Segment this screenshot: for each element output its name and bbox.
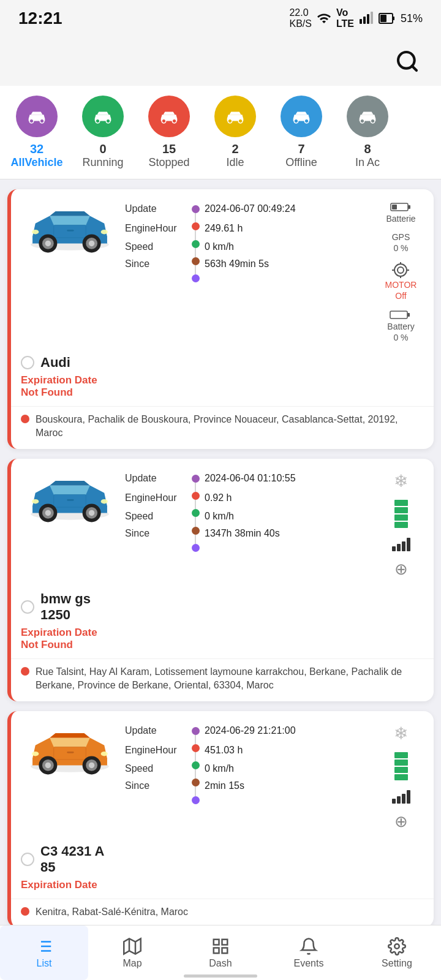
bmw-label-update: Update (125, 469, 186, 488)
nav-setting[interactable]: Setting (353, 925, 441, 980)
svg-point-18 (304, 119, 309, 123)
car-icon-stopped (157, 105, 181, 128)
dot-update (192, 205, 200, 213)
c3-val-update: 2024-06-29 21:21:00 (205, 721, 372, 741)
tab-idle-label: Idle (226, 156, 244, 169)
bmw-line-1 (195, 483, 196, 492)
audi-expiry: Expiration DateNot Found (11, 371, 434, 406)
svg-point-43 (45, 510, 51, 516)
home-indicator (184, 974, 257, 978)
audi-stats-timeline: Update EngineHour Speed Since (125, 199, 372, 282)
battery-percent: 51% (401, 12, 423, 25)
tab-idle[interactable]: 2 Idle (205, 96, 266, 169)
svg-point-47 (101, 499, 108, 504)
audi-expiry-text: Expiration DateNot Found (21, 374, 97, 398)
vehicle-card-audi[interactable]: Update EngineHour Speed Since (7, 189, 434, 449)
svg-point-35 (394, 264, 407, 276)
svg-rect-60 (67, 752, 74, 753)
svg-point-16 (238, 119, 243, 123)
svg-point-13 (162, 119, 166, 123)
car-image-audi (21, 199, 119, 342)
audi-name-area: Audi (11, 355, 434, 371)
nav-dash[interactable]: Dash (176, 925, 265, 980)
bmw-radio[interactable] (21, 600, 34, 614)
car-illustration-audi (24, 202, 116, 257)
bmw-val-since: 1347h 38min 40s (205, 525, 372, 542)
bmw-labels: Update EngineHour Speed Since (125, 469, 186, 552)
motor-icon (391, 262, 410, 279)
nav-list[interactable]: List (0, 925, 88, 980)
bottom-nav: List Map Dash Events Setting (0, 925, 441, 980)
motor-val: Off (395, 291, 406, 301)
tab-all-vehicle[interactable]: 32 AllVehicle (6, 96, 67, 169)
tab-inac-icon (347, 96, 388, 137)
svg-rect-6 (393, 17, 394, 20)
svg-point-46 (89, 510, 94, 516)
c3-val-since: 2min 15s (205, 777, 372, 794)
audi-address-text: Bouskoura, Pachalik de Bouskoura, Provin… (36, 413, 424, 440)
c3-name: C3 4231 A85 (40, 843, 104, 875)
car-icon-all (25, 105, 48, 128)
c3-address: Kenitra, Rabat-Salé-Kénitra, Maroc (11, 899, 434, 927)
tab-all-icon (16, 96, 58, 137)
svg-rect-73 (222, 948, 228, 953)
dot-engine (192, 222, 200, 230)
tab-stopped-label: Stopped (148, 156, 189, 169)
nav-dash-label: Dash (209, 958, 232, 969)
svg-point-54 (45, 762, 51, 767)
nav-list-label: List (37, 958, 52, 969)
bmw-val-speed: 0 km/h (205, 508, 372, 525)
c3-line-4 (195, 786, 196, 796)
nav-map[interactable]: Map (88, 925, 176, 980)
svg-point-9 (29, 119, 34, 123)
audi-val-update: 2024-06-07 00:49:24 (205, 199, 372, 219)
dot-since (192, 257, 200, 265)
c3-labels: Update EngineHour Speed Since (125, 721, 186, 804)
bmw-battery-full (394, 500, 408, 528)
line-4 (195, 265, 196, 274)
line-2 (195, 230, 196, 239)
car-image-c3 (21, 721, 119, 831)
motor-label: MOTOR (385, 280, 417, 290)
audi-val-since: 563h 49min 5s (205, 255, 372, 273)
svg-point-14 (172, 119, 176, 123)
vehicle-card-bmw[interactable]: Update EngineHour Speed Since (7, 459, 434, 701)
filter-tabs: 32 AllVehicle 0 Running 15 Stopped (0, 86, 441, 179)
nav-map-label: Map (123, 958, 141, 969)
vehicle-card-c3[interactable]: Update EngineHour Speed Since (7, 711, 434, 927)
svg-rect-31 (67, 230, 74, 232)
svg-point-59 (32, 752, 39, 756)
dot-speed (192, 240, 200, 248)
svg-rect-2 (367, 14, 369, 24)
nav-events[interactable]: Events (265, 925, 353, 980)
tab-stopped[interactable]: 15 Stopped (138, 96, 200, 169)
audi-gps-group: GPS 0 % (392, 232, 410, 253)
tab-inac[interactable]: 8 In Ac (337, 96, 398, 169)
car-icon-running (91, 105, 115, 128)
tab-offline[interactable]: 7 Offline (271, 96, 332, 169)
svg-point-28 (89, 241, 94, 246)
c3-line-2 (195, 752, 196, 761)
audi-radio[interactable] (21, 356, 34, 369)
bmw-dot-5 (192, 544, 200, 552)
car-icon-offline (290, 105, 313, 128)
c3-timeline (190, 721, 201, 804)
c3-dot-1 (192, 727, 200, 735)
svg-point-17 (294, 119, 298, 123)
svg-rect-70 (214, 939, 219, 944)
gps-val: 0 % (393, 243, 408, 253)
bmw-expiry: Expiration DateNot Found (11, 623, 434, 658)
bmw-line-2 (195, 500, 196, 509)
c3-radio[interactable] (21, 853, 34, 866)
status-time: 12:21 (18, 9, 62, 28)
car-image-bmw (21, 469, 119, 579)
wifi-icon (317, 11, 331, 26)
tab-running[interactable]: 0 Running (72, 96, 134, 169)
status-icons: 22.0KB/S VoLTE 51% (289, 7, 423, 29)
c3-val-speed: 0 km/h (205, 760, 372, 777)
svg-point-12 (106, 119, 110, 123)
tab-all-count: 32 (30, 142, 43, 156)
bmw-val-update: 2024-06-04 01:10:55 (205, 469, 372, 488)
search-button[interactable] (392, 46, 423, 77)
status-bar: 12:21 22.0KB/S VoLTE 51% (0, 0, 441, 37)
